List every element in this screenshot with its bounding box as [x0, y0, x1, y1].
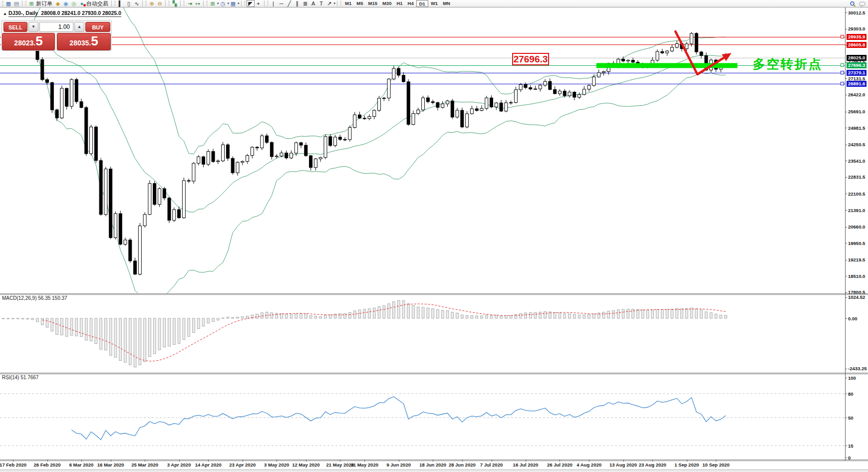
candlestick-chart-icon[interactable]: ▯: [125, 0, 133, 7]
sell-price-box[interactable]: 28023.5: [2, 33, 55, 50]
horizontal-line-icon[interactable]: ─: [278, 0, 286, 7]
toolbar-grip[interactable]: [206, 1, 208, 6]
zoom-in-icon[interactable]: ⊕: [148, 0, 156, 7]
price-tick-18510.0-tick: [845, 276, 847, 276]
news-icon[interactable]: ◎: [70, 0, 78, 7]
macd-tick-1024.52: 1024.52: [848, 294, 865, 300]
rsi-label: RSI(14) 51.7667: [2, 375, 38, 380]
sell-price-main: 28023: [14, 39, 33, 47]
crosshair-icon[interactable]: +: [255, 0, 263, 7]
price-tick-19219.5: 19219.5: [848, 257, 865, 262]
profiles-icon[interactable]: ▤: [12, 0, 20, 7]
price-tick-24981.5-tick: [845, 128, 847, 128]
line-anchor-27696.3[interactable]: [841, 63, 844, 67]
date-tick-mark: [340, 460, 340, 462]
price-tick-30012.5: 30012.5: [848, 10, 865, 15]
rsi-chart: [0, 374, 845, 460]
price-tick-22100.5: 22100.5: [848, 191, 865, 197]
collapse-triangle-icon[interactable]: ▲: [3, 11, 7, 16]
timeframe-m5-button[interactable]: M5: [354, 0, 365, 7]
bollinger-upper-band: [13, 7, 726, 154]
candles: [2, 22, 727, 275]
buy-price-box[interactable]: 28035.5: [57, 33, 111, 50]
charts-window-icon[interactable]: ▦: [4, 0, 12, 7]
period-icon[interactable]: ◷: [219, 0, 227, 7]
volume-decrease-button[interactable]: ▼: [28, 22, 38, 32]
toolbar-grip[interactable]: [267, 1, 269, 6]
date-tick-mark: [243, 460, 243, 462]
date-tick-mark: [81, 460, 82, 462]
mql5-community-icon[interactable]: ◉: [62, 0, 70, 7]
new-order-icon[interactable]: ⊞: [27, 0, 35, 7]
arrows-tool-icon[interactable]: ↗: [325, 0, 333, 7]
search-icon[interactable]: [850, 0, 856, 9]
price-level-annotation[interactable]: 27696.3: [512, 53, 549, 65]
sell-button[interactable]: SELL: [3, 22, 27, 32]
autotrading-label[interactable]: 自动交易: [86, 0, 108, 7]
add-indicator-icon[interactable]: ⊞: [209, 0, 217, 7]
new-order-label[interactable]: 新订单: [36, 0, 52, 7]
auto-scroll-icon[interactable]: ⇥: [186, 0, 194, 7]
channel-icon[interactable]: ∥: [293, 0, 301, 7]
metaeditor-icon[interactable]: ◆: [54, 0, 62, 7]
timeframe-m30-button[interactable]: M30: [380, 0, 394, 7]
timeframe-d1-button[interactable]: D1: [416, 0, 428, 7]
toolbar-grip[interactable]: [2, 1, 3, 6]
one-click-trading-panel: SELL ▼ 1.00 ▲ BUY 28023.5 28035.5: [1, 20, 112, 51]
toolbar-grip[interactable]: [244, 1, 246, 6]
toolbar-grip[interactable]: [25, 1, 26, 6]
zoom-out-icon[interactable]: ⊖: [156, 0, 164, 7]
buy-button[interactable]: BUY: [85, 22, 110, 32]
volume-input[interactable]: 1.00: [39, 22, 73, 32]
toolbar-grip[interactable]: [340, 1, 341, 6]
date-tick-mark: [13, 460, 13, 462]
price-tick-27131.5: 27131.5: [848, 76, 865, 81]
toolbar-grip[interactable]: [183, 1, 185, 6]
chat-icon[interactable]: [859, 0, 866, 9]
price-tick-22831.5-tick: [845, 177, 847, 178]
chart-shift-icon[interactable]: ↦: [194, 0, 202, 7]
line-anchor-28935.9[interactable]: [841, 35, 844, 38]
turning-point-annotation[interactable]: 多空转折点: [753, 56, 823, 72]
fibonacci-icon[interactable]: ≣: [301, 0, 309, 7]
toolbar-grip[interactable]: [168, 1, 170, 6]
text-icon[interactable]: A: [309, 0, 317, 7]
macd-tick--2433.25-tick: [845, 369, 847, 369]
label-icon[interactable]: T: [317, 0, 325, 7]
date-tick-mark: [306, 460, 306, 462]
autotrading-icon[interactable]: ●: [78, 0, 86, 7]
date-tick-mark: [589, 460, 589, 462]
price-tick-29303.0: 29303.0: [848, 26, 865, 31]
timeframe-w1-button[interactable]: W1: [428, 0, 440, 7]
price-tick-22100.5-tick: [845, 194, 847, 194]
line-anchor-26891.6[interactable]: [841, 82, 844, 85]
toolbar-grip[interactable]: [114, 1, 116, 6]
price-tick-24250.5-tick: [845, 145, 847, 145]
vertical-line-icon[interactable]: |: [270, 0, 278, 7]
timeframe-m1-button[interactable]: M1: [342, 0, 354, 7]
timeframe-m15-button[interactable]: M15: [365, 0, 379, 7]
sell-price-frac: 5: [35, 33, 42, 48]
trendline-icon[interactable]: ╱: [286, 0, 293, 7]
price-tag-27696.3: 27696.3: [847, 62, 867, 68]
price-tick-19950.5-tick: [845, 243, 847, 243]
toolbar: ▦▤⊞新订单◆◉◎●自动交易▍▯∿⊕⊖▚⇥↦⊞▾◷▾▦▾◤+|─╱∥≣AT↗▾M…: [0, 0, 868, 7]
volume-increase-button[interactable]: ▲: [74, 22, 84, 32]
cursor-icon[interactable]: ◤: [247, 0, 255, 7]
rsi-tick-100: 100: [848, 375, 856, 381]
price-tick-18510.0: 18510.0: [848, 273, 865, 279]
line-chart-icon[interactable]: ∿: [133, 0, 141, 7]
timeframe-mn-button[interactable]: MN: [440, 0, 453, 7]
timeframe-h1-button[interactable]: H1: [394, 0, 405, 7]
arrows-tool-icon-dropdown[interactable]: ▾: [334, 1, 336, 5]
rsi-tick-0: 0: [848, 455, 851, 461]
toolbar-grip[interactable]: [145, 1, 147, 6]
line-anchor-27370.1[interactable]: [841, 71, 844, 74]
template-icon-dropdown[interactable]: ▾: [238, 1, 240, 5]
template-icon[interactable]: ▦: [229, 0, 237, 7]
timeframe-h4-button[interactable]: H4: [405, 0, 416, 7]
price-tick-25691.0: 25691.0: [848, 109, 865, 114]
bar-chart-icon[interactable]: ▍: [117, 0, 125, 7]
tile-windows-icon[interactable]: ▚: [171, 0, 179, 7]
bollinger-lower-band: [13, 31, 726, 293]
